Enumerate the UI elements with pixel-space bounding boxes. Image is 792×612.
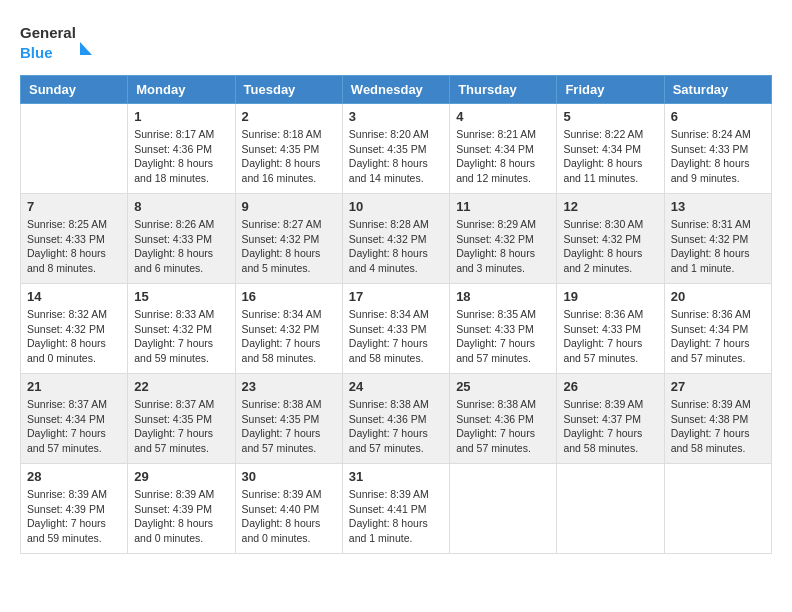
day-number: 7 <box>27 199 121 214</box>
day-number: 29 <box>134 469 228 484</box>
day-info: Sunrise: 8:36 AM Sunset: 4:34 PM Dayligh… <box>671 307 765 366</box>
day-info: Sunrise: 8:38 AM Sunset: 4:36 PM Dayligh… <box>456 397 550 456</box>
svg-marker-1 <box>80 42 92 55</box>
day-number: 16 <box>242 289 336 304</box>
weekday-header-friday: Friday <box>557 76 664 104</box>
calendar-cell: 10Sunrise: 8:28 AM Sunset: 4:32 PM Dayli… <box>342 194 449 284</box>
day-info: Sunrise: 8:29 AM Sunset: 4:32 PM Dayligh… <box>456 217 550 276</box>
day-info: Sunrise: 8:30 AM Sunset: 4:32 PM Dayligh… <box>563 217 657 276</box>
day-number: 18 <box>456 289 550 304</box>
day-info: Sunrise: 8:37 AM Sunset: 4:35 PM Dayligh… <box>134 397 228 456</box>
day-number: 19 <box>563 289 657 304</box>
calendar-week-5: 28Sunrise: 8:39 AM Sunset: 4:39 PM Dayli… <box>21 464 772 554</box>
calendar-cell: 9Sunrise: 8:27 AM Sunset: 4:32 PM Daylig… <box>235 194 342 284</box>
day-number: 15 <box>134 289 228 304</box>
calendar-cell: 20Sunrise: 8:36 AM Sunset: 4:34 PM Dayli… <box>664 284 771 374</box>
weekday-header-row: SundayMondayTuesdayWednesdayThursdayFrid… <box>21 76 772 104</box>
day-info: Sunrise: 8:36 AM Sunset: 4:33 PM Dayligh… <box>563 307 657 366</box>
day-info: Sunrise: 8:33 AM Sunset: 4:32 PM Dayligh… <box>134 307 228 366</box>
calendar-table: SundayMondayTuesdayWednesdayThursdayFrid… <box>20 75 772 554</box>
day-info: Sunrise: 8:27 AM Sunset: 4:32 PM Dayligh… <box>242 217 336 276</box>
day-info: Sunrise: 8:39 AM Sunset: 4:39 PM Dayligh… <box>27 487 121 546</box>
calendar-cell: 1Sunrise: 8:17 AM Sunset: 4:36 PM Daylig… <box>128 104 235 194</box>
calendar-cell: 17Sunrise: 8:34 AM Sunset: 4:33 PM Dayli… <box>342 284 449 374</box>
day-number: 17 <box>349 289 443 304</box>
day-info: Sunrise: 8:24 AM Sunset: 4:33 PM Dayligh… <box>671 127 765 186</box>
calendar-cell <box>450 464 557 554</box>
calendar-cell: 7Sunrise: 8:25 AM Sunset: 4:33 PM Daylig… <box>21 194 128 284</box>
calendar-cell: 8Sunrise: 8:26 AM Sunset: 4:33 PM Daylig… <box>128 194 235 284</box>
day-info: Sunrise: 8:28 AM Sunset: 4:32 PM Dayligh… <box>349 217 443 276</box>
calendar-cell <box>21 104 128 194</box>
day-info: Sunrise: 8:39 AM Sunset: 4:41 PM Dayligh… <box>349 487 443 546</box>
day-info: Sunrise: 8:39 AM Sunset: 4:39 PM Dayligh… <box>134 487 228 546</box>
day-number: 12 <box>563 199 657 214</box>
day-info: Sunrise: 8:35 AM Sunset: 4:33 PM Dayligh… <box>456 307 550 366</box>
day-number: 9 <box>242 199 336 214</box>
day-info: Sunrise: 8:34 AM Sunset: 4:32 PM Dayligh… <box>242 307 336 366</box>
calendar-cell <box>664 464 771 554</box>
day-number: 10 <box>349 199 443 214</box>
day-info: Sunrise: 8:26 AM Sunset: 4:33 PM Dayligh… <box>134 217 228 276</box>
calendar-cell: 24Sunrise: 8:38 AM Sunset: 4:36 PM Dayli… <box>342 374 449 464</box>
day-number: 14 <box>27 289 121 304</box>
calendar-cell <box>557 464 664 554</box>
logo: General Blue <box>20 20 100 65</box>
day-number: 21 <box>27 379 121 394</box>
weekday-header-tuesday: Tuesday <box>235 76 342 104</box>
day-info: Sunrise: 8:25 AM Sunset: 4:33 PM Dayligh… <box>27 217 121 276</box>
svg-text:General: General <box>20 24 76 41</box>
day-info: Sunrise: 8:38 AM Sunset: 4:35 PM Dayligh… <box>242 397 336 456</box>
day-info: Sunrise: 8:17 AM Sunset: 4:36 PM Dayligh… <box>134 127 228 186</box>
page-header: General Blue <box>20 20 772 65</box>
day-number: 13 <box>671 199 765 214</box>
day-number: 27 <box>671 379 765 394</box>
day-number: 24 <box>349 379 443 394</box>
calendar-cell: 31Sunrise: 8:39 AM Sunset: 4:41 PM Dayli… <box>342 464 449 554</box>
day-number: 1 <box>134 109 228 124</box>
day-number: 6 <box>671 109 765 124</box>
day-number: 22 <box>134 379 228 394</box>
day-info: Sunrise: 8:20 AM Sunset: 4:35 PM Dayligh… <box>349 127 443 186</box>
weekday-header-wednesday: Wednesday <box>342 76 449 104</box>
day-number: 3 <box>349 109 443 124</box>
calendar-cell: 22Sunrise: 8:37 AM Sunset: 4:35 PM Dayli… <box>128 374 235 464</box>
calendar-cell: 30Sunrise: 8:39 AM Sunset: 4:40 PM Dayli… <box>235 464 342 554</box>
calendar-cell: 19Sunrise: 8:36 AM Sunset: 4:33 PM Dayli… <box>557 284 664 374</box>
day-number: 20 <box>671 289 765 304</box>
calendar-cell: 3Sunrise: 8:20 AM Sunset: 4:35 PM Daylig… <box>342 104 449 194</box>
calendar-cell: 26Sunrise: 8:39 AM Sunset: 4:37 PM Dayli… <box>557 374 664 464</box>
calendar-cell: 5Sunrise: 8:22 AM Sunset: 4:34 PM Daylig… <box>557 104 664 194</box>
day-info: Sunrise: 8:31 AM Sunset: 4:32 PM Dayligh… <box>671 217 765 276</box>
day-number: 2 <box>242 109 336 124</box>
weekday-header-sunday: Sunday <box>21 76 128 104</box>
calendar-cell: 15Sunrise: 8:33 AM Sunset: 4:32 PM Dayli… <box>128 284 235 374</box>
calendar-cell: 29Sunrise: 8:39 AM Sunset: 4:39 PM Dayli… <box>128 464 235 554</box>
calendar-cell: 18Sunrise: 8:35 AM Sunset: 4:33 PM Dayli… <box>450 284 557 374</box>
day-info: Sunrise: 8:39 AM Sunset: 4:38 PM Dayligh… <box>671 397 765 456</box>
day-info: Sunrise: 8:21 AM Sunset: 4:34 PM Dayligh… <box>456 127 550 186</box>
weekday-header-saturday: Saturday <box>664 76 771 104</box>
calendar-cell: 4Sunrise: 8:21 AM Sunset: 4:34 PM Daylig… <box>450 104 557 194</box>
calendar-cell: 16Sunrise: 8:34 AM Sunset: 4:32 PM Dayli… <box>235 284 342 374</box>
day-number: 30 <box>242 469 336 484</box>
weekday-header-monday: Monday <box>128 76 235 104</box>
calendar-cell: 21Sunrise: 8:37 AM Sunset: 4:34 PM Dayli… <box>21 374 128 464</box>
day-number: 26 <box>563 379 657 394</box>
day-number: 11 <box>456 199 550 214</box>
logo-svg: General Blue <box>20 20 100 65</box>
day-info: Sunrise: 8:32 AM Sunset: 4:32 PM Dayligh… <box>27 307 121 366</box>
calendar-cell: 25Sunrise: 8:38 AM Sunset: 4:36 PM Dayli… <box>450 374 557 464</box>
day-info: Sunrise: 8:39 AM Sunset: 4:37 PM Dayligh… <box>563 397 657 456</box>
calendar-cell: 6Sunrise: 8:24 AM Sunset: 4:33 PM Daylig… <box>664 104 771 194</box>
day-info: Sunrise: 8:18 AM Sunset: 4:35 PM Dayligh… <box>242 127 336 186</box>
day-number: 31 <box>349 469 443 484</box>
day-number: 4 <box>456 109 550 124</box>
day-number: 8 <box>134 199 228 214</box>
calendar-week-4: 21Sunrise: 8:37 AM Sunset: 4:34 PM Dayli… <box>21 374 772 464</box>
calendar-cell: 27Sunrise: 8:39 AM Sunset: 4:38 PM Dayli… <box>664 374 771 464</box>
calendar-week-3: 14Sunrise: 8:32 AM Sunset: 4:32 PM Dayli… <box>21 284 772 374</box>
calendar-cell: 12Sunrise: 8:30 AM Sunset: 4:32 PM Dayli… <box>557 194 664 284</box>
day-number: 25 <box>456 379 550 394</box>
calendar-week-1: 1Sunrise: 8:17 AM Sunset: 4:36 PM Daylig… <box>21 104 772 194</box>
